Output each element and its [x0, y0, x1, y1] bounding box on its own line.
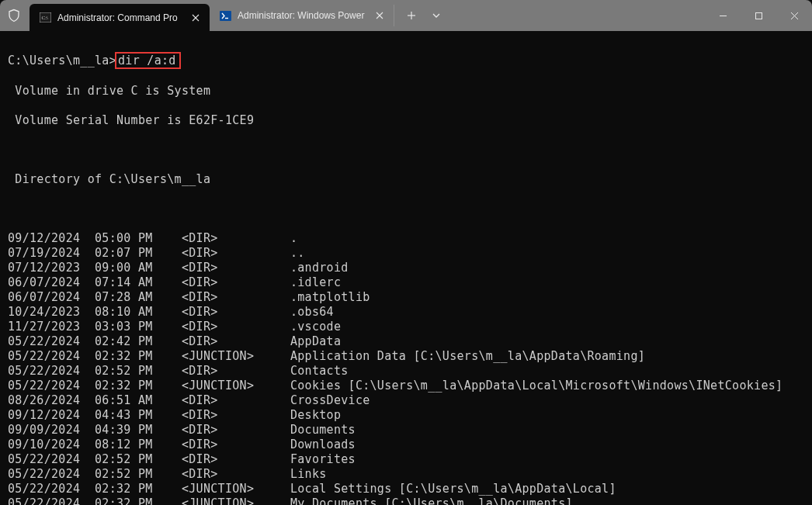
command-highlight: dir /a:d: [115, 52, 181, 69]
close-icon[interactable]: [373, 9, 386, 22]
listing-row: 09/12/2024 04:43 PM <DIR> Desktop: [8, 408, 804, 423]
tab-title: Administrator: Windows Power: [238, 10, 367, 21]
listing-row: 05/22/2024 02:32 PM <JUNCTION> My Docume…: [8, 496, 804, 505]
command-text: dir /a:d: [118, 54, 176, 67]
listing-row: 09/10/2024 08:12 PM <DIR> Downloads: [8, 438, 804, 452]
tab-cmd[interactable]: C:\ Administrator: Command Pro: [29, 4, 210, 31]
listing-row: 05/22/2024 02:52 PM <DIR> Contacts: [8, 364, 804, 379]
serial-line: Volume Serial Number is E62F-1CE9: [8, 113, 804, 128]
tab-dropdown-button[interactable]: [424, 5, 449, 26]
listing-row: 09/09/2024 04:39 PM <DIR> Documents: [8, 423, 804, 438]
svg-text:C:\: C:\: [41, 15, 48, 21]
listing-row: 05/22/2024 02:32 PM <JUNCTION> Cookies […: [8, 379, 804, 393]
new-tab-button[interactable]: [399, 5, 424, 26]
minimize-button[interactable]: [705, 0, 741, 31]
listing-row: 06/07/2024 07:14 AM <DIR> .idlerc: [8, 275, 804, 290]
svg-rect-4: [220, 11, 231, 21]
volume-line: Volume in drive C is System: [8, 84, 804, 99]
listing-row: 09/12/2024 05:00 PM <DIR> .: [8, 231, 804, 246]
listing-row: 05/22/2024 02:32 PM <JUNCTION> Applicati…: [8, 349, 804, 364]
titlebar: C:\ Administrator: Command Pro Administr…: [0, 0, 812, 31]
cmd-icon: C:\: [39, 12, 51, 24]
listing-row: 05/22/2024 02:52 PM <DIR> Links: [8, 467, 804, 482]
listing-row: 07/19/2024 02:07 PM <DIR> ..: [8, 246, 804, 261]
listing-row: 05/22/2024 02:52 PM <DIR> Favorites: [8, 452, 804, 467]
maximize-button[interactable]: [741, 0, 776, 31]
listing-row: 05/22/2024 02:42 PM <DIR> AppData: [8, 334, 804, 349]
shield-icon: [0, 0, 28, 31]
tab-title: Administrator: Command Pro: [57, 12, 183, 23]
titlebar-drag-area[interactable]: [449, 0, 705, 31]
listing-row: 08/26/2024 06:51 AM <DIR> CrossDevice: [8, 393, 804, 408]
listing-row: 07/12/2023 09:00 AM <DIR> .android: [8, 261, 804, 275]
listing-row: 06/07/2024 07:28 AM <DIR> .matplotlib: [8, 290, 804, 305]
prompt-line: C:\Users\m__la>dir /a:d: [8, 52, 804, 69]
terminal-output[interactable]: C:\Users\m__la>dir /a:d Volume in drive …: [0, 31, 812, 505]
listing-row: 05/22/2024 02:32 PM <JUNCTION> Local Set…: [8, 482, 804, 496]
close-icon[interactable]: [189, 12, 202, 24]
tab-actions: [399, 5, 449, 26]
listing-row: 10/24/2023 08:10 AM <DIR> .obs64: [8, 305, 804, 320]
powershell-icon: [219, 9, 231, 22]
blank-line: [8, 143, 804, 157]
close-window-button[interactable]: [776, 0, 812, 31]
prompt-path: C:\Users\m__la: [8, 54, 109, 67]
window-controls: [705, 0, 812, 31]
svg-rect-11: [755, 12, 762, 19]
tab-powershell[interactable]: Administrator: Windows Power: [210, 5, 394, 26]
listing-row: 11/27/2023 03:03 PM <DIR> .vscode: [8, 320, 804, 334]
blank-line: [8, 202, 804, 216]
directory-of-line: Directory of C:\Users\m__la: [8, 172, 804, 187]
directory-listing: 09/12/2024 05:00 PM <DIR> .07/19/2024 02…: [8, 231, 804, 505]
